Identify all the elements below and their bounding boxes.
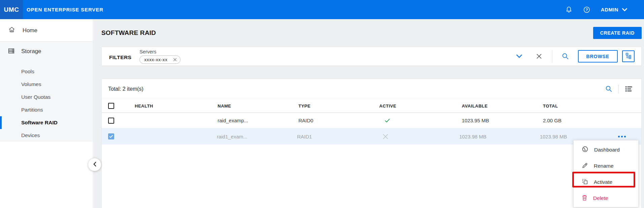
activate-icon bbox=[582, 178, 588, 186]
product-title: OPEN ENTERPRISE SERVER bbox=[27, 7, 103, 12]
chevron-left-icon bbox=[93, 162, 96, 168]
filters-controls: BROWSE bbox=[516, 50, 635, 63]
raid-name-cell: raid_examp... bbox=[218, 118, 298, 123]
subnav-label: User Quotas bbox=[21, 94, 51, 100]
column-header-available[interactable]: AVAILABLE bbox=[462, 103, 543, 109]
sidebar-item-pools[interactable]: Pools bbox=[0, 65, 93, 78]
chip-value: xxxx-xx-xx bbox=[144, 57, 167, 62]
sidebar-collapse-button[interactable] bbox=[88, 158, 101, 171]
subnav-label: Software RAID bbox=[21, 120, 58, 126]
subnav-label: Partitions bbox=[21, 107, 43, 113]
raid-table-card: Total: 2 item(s) HEALTH NAME TYPE ACTIVE… bbox=[101, 79, 642, 208]
sidebar-item-partitions[interactable]: Partitions bbox=[0, 103, 93, 116]
svg-text:?: ? bbox=[585, 7, 588, 11]
total-cell: 1023.98 MB bbox=[540, 134, 617, 139]
active-check-icon bbox=[384, 118, 462, 123]
topbar-actions: ? ADMIN bbox=[565, 6, 644, 13]
server-filter-chip[interactable]: xxxx-xx-xx bbox=[139, 55, 181, 64]
column-header-active[interactable]: ACTIVE bbox=[379, 103, 462, 109]
row-context-menu: Dashboard Rename Activate Delete bbox=[573, 140, 639, 207]
top-header-bar: UMC OPEN ENTERPRISE SERVER ? ADMIN bbox=[0, 0, 644, 19]
tree-view-button[interactable] bbox=[622, 50, 635, 62]
storage-subnav: Pools Volumes User Quotas Partitions Sof… bbox=[0, 65, 93, 142]
table-row-raid0[interactable]: raid_examp... RAID0 1023.95 MB 2.00 GB bbox=[102, 113, 641, 128]
menu-item-label: Dashboard bbox=[594, 147, 620, 153]
total-count-label: Total: 2 item(s) bbox=[108, 86, 143, 92]
notifications-bell-icon[interactable] bbox=[565, 6, 573, 13]
chip-remove-icon[interactable] bbox=[173, 58, 177, 61]
menu-item-rename[interactable]: Rename bbox=[574, 158, 638, 174]
dashboard-gauge-icon bbox=[582, 146, 588, 154]
servers-filter-field: Servers xxxx-xx-xx bbox=[139, 49, 181, 64]
filters-clear-icon[interactable] bbox=[536, 53, 542, 59]
browse-button[interactable]: BROWSE bbox=[578, 50, 618, 63]
user-menu[interactable]: ADMIN bbox=[601, 7, 627, 12]
toolbar-divider bbox=[618, 85, 619, 93]
available-cell: 1023.95 MB bbox=[462, 118, 543, 123]
sidebar-item-devices[interactable]: Devices bbox=[0, 129, 93, 142]
available-cell: 1023.98 MB bbox=[459, 134, 540, 139]
column-header-health[interactable]: HEALTH bbox=[135, 103, 218, 109]
menu-item-activate[interactable]: Activate bbox=[574, 174, 638, 190]
chevron-down-icon bbox=[622, 7, 627, 12]
menu-item-dashboard[interactable]: Dashboard bbox=[574, 142, 638, 158]
filters-divider bbox=[552, 50, 552, 63]
column-header-total[interactable]: TOTAL bbox=[543, 103, 621, 109]
tree-icon bbox=[625, 52, 632, 60]
filters-bar: FILTERS Servers xxxx-xx-xx bbox=[101, 47, 642, 66]
sidebar-item-volumes[interactable]: Volumes bbox=[0, 78, 93, 91]
raid-type-cell: RAID0 bbox=[298, 118, 379, 123]
raid-type-cell: RAID1 bbox=[297, 134, 377, 139]
rename-pencil-icon bbox=[582, 162, 588, 170]
table-toolbar: Total: 2 item(s) bbox=[102, 79, 641, 99]
total-cell: 2.00 GB bbox=[543, 118, 621, 123]
umc-logo[interactable]: UMC bbox=[0, 0, 23, 19]
sidebar-item-software-raid[interactable]: Software RAID bbox=[0, 116, 93, 129]
table-header-row: HEALTH NAME TYPE ACTIVE AVAILABLE TOTAL bbox=[102, 99, 641, 113]
row-actions-menu-icon[interactable] bbox=[617, 134, 626, 139]
row-checkbox-checked[interactable] bbox=[108, 133, 114, 139]
sidebar: Home Storage Pools Volumes User Quotas P… bbox=[0, 19, 93, 208]
storage-nav-group: Storage Pools Volumes User Quotas Partit… bbox=[0, 42, 93, 142]
storage-icon bbox=[8, 47, 15, 56]
column-header-type[interactable]: TYPE bbox=[298, 103, 379, 109]
user-name: ADMIN bbox=[601, 7, 618, 12]
inactive-x-icon bbox=[382, 133, 459, 140]
table-row-raid1[interactable]: raid1_exam... RAID1 1023.98 MB 1023.98 M… bbox=[102, 128, 641, 144]
list-view-icon[interactable] bbox=[625, 86, 633, 92]
subnav-label: Devices bbox=[21, 132, 40, 138]
main-content: SOFTWARE RAID CREATE RAID FILTERS Server… bbox=[94, 19, 644, 208]
subnav-label: Volumes bbox=[21, 81, 41, 87]
delete-trash-icon bbox=[582, 195, 587, 202]
column-header-name[interactable]: NAME bbox=[218, 103, 298, 109]
filters-expand-chevron-icon[interactable] bbox=[516, 54, 522, 58]
select-all-checkbox[interactable] bbox=[108, 103, 114, 109]
create-raid-button[interactable]: CREATE RAID bbox=[593, 27, 642, 39]
menu-item-delete[interactable]: Delete bbox=[574, 190, 638, 206]
filters-search-icon[interactable] bbox=[562, 53, 569, 60]
raid-name-cell: raid1_exam... bbox=[217, 134, 297, 139]
menu-item-label: Rename bbox=[594, 163, 614, 169]
sidebar-item-user-quotas[interactable]: User Quotas bbox=[0, 91, 93, 103]
filters-label: FILTERS bbox=[109, 54, 131, 60]
sidebar-storage-label: Storage bbox=[21, 48, 41, 55]
app-window: UMC OPEN ENTERPRISE SERVER ? ADMIN Home bbox=[0, 0, 644, 208]
sidebar-item-home[interactable]: Home bbox=[0, 19, 93, 42]
menu-item-label: Delete bbox=[593, 195, 608, 201]
sidebar-item-storage[interactable]: Storage bbox=[0, 42, 93, 61]
row-checkbox[interactable] bbox=[108, 118, 114, 124]
subnav-label: Pools bbox=[21, 69, 34, 75]
table-search-icon[interactable] bbox=[605, 85, 612, 92]
help-icon[interactable]: ? bbox=[583, 6, 590, 13]
servers-filter-label: Servers bbox=[139, 49, 181, 54]
menu-item-label: Activate bbox=[594, 179, 612, 185]
page-title: SOFTWARE RAID bbox=[101, 29, 156, 37]
sidebar-home-label: Home bbox=[23, 27, 37, 34]
home-icon bbox=[8, 26, 15, 34]
page-header: SOFTWARE RAID CREATE RAID bbox=[101, 19, 642, 47]
